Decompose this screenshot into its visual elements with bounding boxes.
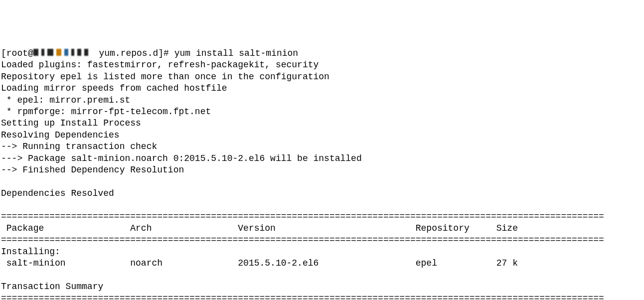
output-line: --> Finished Dependency Resolution (1, 165, 184, 175)
table-header: Package Arch Version Repository Size (1, 223, 518, 233)
output-line: --> Running transaction check (1, 142, 157, 151)
redacted-host (33, 48, 88, 59)
output-line: Repository epel is listed more than once… (1, 72, 329, 82)
table-separator: ========================================… (1, 211, 604, 221)
table-separator: ========================================… (1, 293, 604, 300)
output-line: ---> Package salt-minion.noarch 0:2015.5… (1, 153, 362, 163)
prompt-line[interactable]: [root@ yum.repos.d]# yum install salt-mi… (1, 48, 298, 58)
output-line: Loading mirror speeds from cached hostfi… (1, 83, 227, 93)
prompt-cwd: yum.repos.d (99, 48, 158, 58)
terminal-output: [root@ yum.repos.d]# yum install salt-mi… (1, 48, 644, 300)
output-line: Dependencies Resolved (1, 188, 114, 198)
output-line: Loaded plugins: fastestmirror, refresh-p… (1, 60, 319, 70)
transaction-summary-label: Transaction Summary (1, 282, 103, 292)
output-line: * rpmforge: mirror-fpt-telecom.fpt.net (1, 107, 211, 117)
output-line: Resolving Dependencies (1, 130, 120, 140)
output-line: * epel: mirror.premi.st (1, 95, 130, 105)
table-row: salt-minion noarch 2015.5.10-2.el6 epel … (1, 258, 518, 268)
installing-label: Installing: (1, 247, 60, 257)
output-line: Setting up Install Process (1, 118, 141, 128)
table-separator: ========================================… (1, 235, 604, 245)
prompt-user: root (6, 48, 28, 58)
command-text: yum install salt-minion (174, 48, 298, 58)
